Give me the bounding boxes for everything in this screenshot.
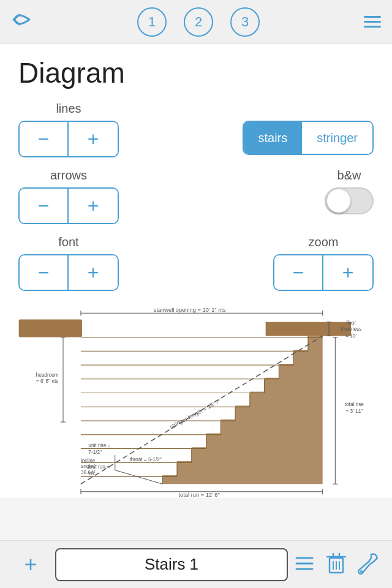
lines-minus-button[interactable]: − (20, 122, 69, 156)
nav-step-3[interactable]: 3 (230, 7, 260, 37)
svg-text:incline: incline (81, 458, 96, 464)
svg-text:36.64°: 36.64° (81, 470, 96, 475)
delete-icon[interactable] (326, 552, 347, 578)
menu-button[interactable] (364, 16, 381, 28)
main-content: Diagram lines − + x stairs stringer arro… (0, 44, 392, 308)
bw-label: b&w (337, 168, 361, 183)
svg-text:stairwell opening = 10' 1" nts: stairwell opening = 10' 1" nts (154, 308, 226, 313)
nav-step-2[interactable]: 2 (184, 7, 213, 37)
svg-text:floor: floor (346, 320, 356, 326)
bw-toggle-group: b&w (325, 168, 374, 214)
font-btn-group: − + (18, 254, 119, 291)
lines-row: lines − + x stairs stringer (18, 102, 374, 157)
nav-step-1[interactable]: 1 (137, 7, 167, 37)
arrows-btn-group: − + (18, 187, 119, 224)
add-button[interactable]: + (12, 552, 49, 578)
svg-text:total rise: total rise (345, 402, 364, 407)
zoom-btn-group: − + (273, 254, 374, 291)
page-title: Diagram (18, 56, 374, 89)
svg-text:7-1/2": 7-1/2" (88, 450, 102, 455)
svg-text:total run = 12' 6": total run = 12' 6" (179, 492, 220, 498)
font-control: font − + (18, 235, 119, 291)
arrows-label: arrows (50, 168, 87, 183)
list-icon[interactable] (294, 555, 315, 575)
svg-text:throat = 5-1/2": throat = 5-1/2" (130, 457, 162, 462)
svg-text:= 3' 11": = 3' 11" (345, 409, 363, 414)
lines-plus-button[interactable]: + (69, 122, 118, 156)
lines-label: lines (56, 102, 81, 116)
zoom-label: zoom (309, 235, 339, 249)
svg-text:unit rise =: unit rise = (88, 443, 110, 448)
settings-icon[interactable] (358, 552, 380, 578)
svg-text:= 10': = 10' (345, 333, 356, 339)
svg-rect-2 (266, 322, 352, 336)
zoom-control: zoom − + (273, 235, 374, 291)
top-nav: 1 2 3 (0, 0, 392, 44)
bottom-bar: + Stairs 1 (0, 540, 392, 588)
bw-toggle[interactable] (325, 187, 374, 214)
bottom-icons (294, 552, 380, 578)
font-plus-button[interactable]: + (69, 255, 118, 290)
svg-text:thickness: thickness (341, 326, 361, 332)
svg-rect-1 (19, 320, 82, 337)
font-zoom-row: font − + zoom − + (18, 235, 374, 291)
back-button[interactable] (11, 10, 33, 34)
svg-text:= 6' 8" nts: = 6' 8" nts (36, 379, 58, 384)
arrows-control: arrows − + (18, 168, 119, 224)
lines-control: lines − + (18, 102, 119, 157)
zoom-minus-button[interactable]: − (274, 255, 323, 290)
svg-text:headroom: headroom (36, 372, 59, 378)
svg-point-72 (360, 570, 363, 573)
bottom-title-text: Stairs 1 (145, 555, 198, 574)
stairs-segment-button[interactable]: stairs (244, 122, 303, 154)
arrows-row: arrows − + b&w (18, 168, 374, 224)
stairs-stringer-segmented: stairs stringer (243, 121, 374, 155)
diagram-area: stairwell opening = 10' 1" nts floor thi… (0, 308, 392, 498)
arrows-plus-button[interactable]: + (69, 189, 118, 223)
zoom-plus-button[interactable]: + (323, 255, 372, 290)
arrows-minus-button[interactable]: − (20, 189, 69, 223)
toggle-knob (327, 189, 350, 213)
nav-steps: 1 2 3 (137, 7, 260, 37)
stringer-segment-button[interactable]: stringer (302, 122, 372, 154)
stairs-stringer-control: x stairs stringer (243, 102, 374, 155)
font-minus-button[interactable]: − (20, 255, 69, 290)
lines-btn-group: − + (18, 121, 119, 157)
stair-diagram: stairwell opening = 10' 1" nts floor thi… (6, 308, 386, 498)
title-box[interactable]: Stairs 1 (55, 548, 288, 581)
font-label: font (58, 235, 78, 249)
svg-text:angle =: angle = (81, 464, 97, 469)
